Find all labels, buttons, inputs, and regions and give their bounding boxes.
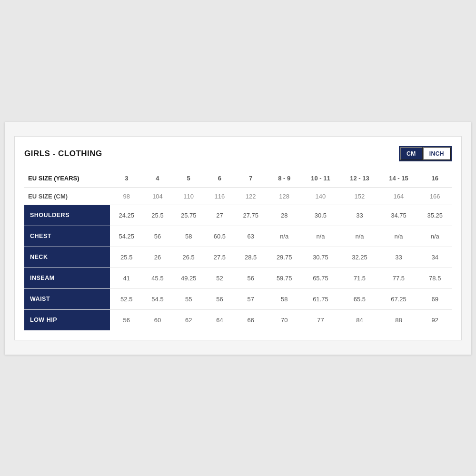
low-hip-8-9: 70 xyxy=(268,309,301,330)
col-header-8-9: 8 - 9 xyxy=(268,169,301,188)
waist-10-11: 61.75 xyxy=(301,288,340,309)
col-header-12-13: 12 - 13 xyxy=(340,169,379,188)
row-label-waist: WAIST xyxy=(24,288,110,309)
chest-7: 63 xyxy=(234,226,267,247)
sub-122: 122 xyxy=(234,188,267,205)
sub-140: 140 xyxy=(301,188,340,205)
inseam-3: 41 xyxy=(110,268,143,288)
unit-toggle: CM INCH xyxy=(399,146,452,161)
shoulders-6: 27 xyxy=(205,205,234,226)
table-wrapper: GIRLS - CLOTHING CM INCH EU SIZE (YEARS)… xyxy=(14,136,462,340)
neck-5: 26.5 xyxy=(172,247,205,268)
inseam-14-15: 77.5 xyxy=(379,268,418,288)
low-hip-14-15: 88 xyxy=(379,309,418,330)
shoulders-7: 27.75 xyxy=(234,205,267,226)
chest-4: 56 xyxy=(143,226,172,247)
col-header-16: 16 xyxy=(418,169,452,188)
sub-98: 98 xyxy=(110,188,143,205)
chest-3: 54.25 xyxy=(110,226,143,247)
low-hip-7: 66 xyxy=(234,309,267,330)
waist-4: 54.5 xyxy=(143,288,172,309)
low-hip-12-13: 84 xyxy=(340,309,379,330)
page-container: GIRLS - CLOTHING CM INCH EU SIZE (YEARS)… xyxy=(5,122,471,355)
row-label-chest: CHEST xyxy=(24,226,110,247)
inseam-12-13: 71.5 xyxy=(340,268,379,288)
chest-16: n/a xyxy=(418,226,452,247)
table-row: LOW HIP 56 60 62 64 66 70 77 84 88 92 xyxy=(24,309,452,330)
chest-5: 58 xyxy=(172,226,205,247)
sub-152: 152 xyxy=(340,188,379,205)
low-hip-16: 92 xyxy=(418,309,452,330)
neck-7: 28.5 xyxy=(234,247,267,268)
waist-8-9: 58 xyxy=(268,288,301,309)
subheader-row: EU SIZE (CM) 98 104 110 116 122 128 140 … xyxy=(24,188,452,205)
table-row: WAIST 52.5 54.5 55 56 57 58 61.75 65.5 6… xyxy=(24,288,452,309)
col-header-3: 3 xyxy=(110,169,143,188)
sub-128: 128 xyxy=(268,188,301,205)
shoulders-5: 25.75 xyxy=(172,205,205,226)
low-hip-5: 62 xyxy=(172,309,205,330)
inseam-8-9: 59.75 xyxy=(268,268,301,288)
neck-3: 25.5 xyxy=(110,247,143,268)
chest-12-13: n/a xyxy=(340,226,379,247)
row-header-label: EU SIZE (YEARS) xyxy=(24,169,110,188)
inseam-16: 78.5 xyxy=(418,268,452,288)
low-hip-6: 64 xyxy=(205,309,234,330)
col-header-4: 4 xyxy=(143,169,172,188)
waist-12-13: 65.5 xyxy=(340,288,379,309)
row-label-inseam: INSEAM xyxy=(24,268,110,288)
inseam-10-11: 65.75 xyxy=(301,268,340,288)
sub-116: 116 xyxy=(205,188,234,205)
chest-6: 60.5 xyxy=(205,226,234,247)
row-label-neck: NECK xyxy=(24,247,110,268)
shoulders-8-9: 28 xyxy=(268,205,301,226)
row-label-low-hip: LOW HIP xyxy=(24,309,110,330)
low-hip-3: 56 xyxy=(110,309,143,330)
waist-7: 57 xyxy=(234,288,267,309)
table-row: CHEST 54.25 56 58 60.5 63 n/a n/a n/a n/… xyxy=(24,226,452,247)
chest-10-11: n/a xyxy=(301,226,340,247)
col-header-14-15: 14 - 15 xyxy=(379,169,418,188)
inch-button[interactable]: INCH xyxy=(423,147,451,160)
size-table: EU SIZE (YEARS) 3 4 5 6 7 8 - 9 10 - 11 … xyxy=(24,169,452,330)
low-hip-4: 60 xyxy=(143,309,172,330)
inseam-5: 49.25 xyxy=(172,268,205,288)
column-header-row: EU SIZE (YEARS) 3 4 5 6 7 8 - 9 10 - 11 … xyxy=(24,169,452,188)
neck-12-13: 32.25 xyxy=(340,247,379,268)
chest-8-9: n/a xyxy=(268,226,301,247)
col-header-5: 5 xyxy=(172,169,205,188)
table-row: SHOULDERS 24.25 25.5 25.75 27 27.75 28 3… xyxy=(24,205,452,226)
neck-4: 26 xyxy=(143,247,172,268)
inseam-7: 56 xyxy=(234,268,267,288)
table-row: NECK 25.5 26 26.5 27.5 28.5 29.75 30.75 … xyxy=(24,247,452,268)
col-header-7: 7 xyxy=(234,169,267,188)
waist-14-15: 67.25 xyxy=(379,288,418,309)
neck-16: 34 xyxy=(418,247,452,268)
neck-6: 27.5 xyxy=(205,247,234,268)
shoulders-14-15: 34.75 xyxy=(379,205,418,226)
neck-10-11: 30.75 xyxy=(301,247,340,268)
col-header-6: 6 xyxy=(205,169,234,188)
sub-164: 164 xyxy=(379,188,418,205)
shoulders-16: 35.25 xyxy=(418,205,452,226)
table-row: INSEAM 41 45.5 49.25 52 56 59.75 65.75 7… xyxy=(24,268,452,288)
table-header: GIRLS - CLOTHING CM INCH xyxy=(24,146,452,161)
low-hip-10-11: 77 xyxy=(301,309,340,330)
sub-104: 104 xyxy=(143,188,172,205)
shoulders-12-13: 33 xyxy=(340,205,379,226)
waist-6: 56 xyxy=(205,288,234,309)
sub-166: 166 xyxy=(418,188,452,205)
inseam-6: 52 xyxy=(205,268,234,288)
shoulders-10-11: 30.5 xyxy=(301,205,340,226)
neck-14-15: 33 xyxy=(379,247,418,268)
waist-5: 55 xyxy=(172,288,205,309)
table-title: GIRLS - CLOTHING xyxy=(24,149,102,159)
row-label-shoulders: SHOULDERS xyxy=(24,205,110,226)
sub-header-label: EU SIZE (CM) xyxy=(24,188,110,205)
waist-16: 69 xyxy=(418,288,452,309)
sub-110: 110 xyxy=(172,188,205,205)
neck-8-9: 29.75 xyxy=(268,247,301,268)
cm-button[interactable]: CM xyxy=(400,147,423,160)
col-header-10-11: 10 - 11 xyxy=(301,169,340,188)
waist-3: 52.5 xyxy=(110,288,143,309)
